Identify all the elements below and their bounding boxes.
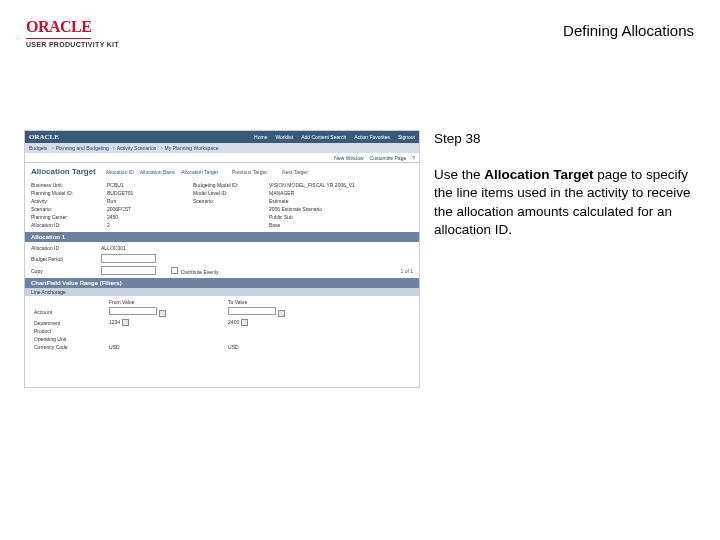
link-allocation-id[interactable]: Allocation ID	[106, 169, 134, 175]
f-pc-v: 2450	[107, 214, 187, 220]
dept-to-value: 2400	[228, 319, 239, 325]
f-ai-l: Allocation ID:	[31, 222, 101, 228]
app-brand: ORACLE	[29, 133, 254, 141]
row-account-label: Account	[31, 306, 106, 318]
f-sc2d-v: 2006 Estimate Scenario	[269, 206, 413, 212]
alloc-id-value: ALLOC001	[101, 245, 171, 251]
f-ai-v: 2	[107, 222, 187, 228]
dept-from-value: 1234	[109, 319, 120, 325]
link-allocation-target[interactable]: Allocation Target	[181, 169, 218, 175]
oracle-logo: ORACLE	[26, 18, 91, 39]
row-product-label: Product	[31, 327, 106, 335]
f-sc2-l: Scenario:	[31, 206, 101, 212]
step-label: Step 38	[434, 130, 696, 148]
logo-subtitle: USER PRODUCTIVITY KIT	[26, 41, 119, 48]
f-pm-l: Planning Model ID:	[31, 190, 101, 196]
breadcrumb: Budgets Planning and Budgeting Activity …	[25, 143, 419, 153]
f-sc2-v: 2006FCST	[107, 206, 187, 212]
menu-signout[interactable]: Signout	[398, 134, 415, 140]
new-window-link[interactable]: New Window	[334, 155, 363, 161]
menu-search[interactable]: Add Content Search	[301, 134, 346, 140]
menu-home[interactable]: Home	[254, 134, 267, 140]
budget-period-input[interactable]	[101, 254, 156, 263]
col-from: From Value	[106, 298, 225, 306]
page-title: Allocation Target	[31, 167, 96, 176]
row-currency-label: Currency Code	[31, 343, 106, 351]
f-sc2d-l	[193, 206, 263, 212]
row-ou-label: Operating Unit	[31, 335, 106, 343]
customize-page-link[interactable]: Customize Page	[370, 155, 407, 161]
menu-favorites[interactable]: Action Favorites	[354, 134, 390, 140]
distribute-checkbox[interactable]	[171, 267, 178, 274]
crumb-2[interactable]: Planning and Budgeting	[51, 145, 108, 151]
f-sc-l: Scenario:	[193, 198, 263, 204]
section-cf-filters: ChartField Value Range (Filters)	[25, 278, 419, 288]
lookup-icon[interactable]	[159, 310, 166, 317]
f-ml-v: MANAGER	[269, 190, 413, 196]
f-sc-v: Estimate	[269, 198, 413, 204]
document-title: Defining Allocations	[563, 22, 694, 39]
section-allocation: Allocation 1	[25, 232, 419, 242]
f-aid-v: Base	[269, 222, 413, 228]
link-allocation-basis[interactable]: Allocation Basis	[140, 169, 175, 175]
prev-target-label: Previous Target:	[232, 169, 268, 175]
header-fields: Business Unit:PCBU1Budgeting Model ID:VI…	[25, 180, 419, 232]
account-from-input[interactable]	[109, 307, 157, 315]
f-ml-l: Model Level ID:	[193, 190, 263, 196]
subsection-line: Line Anchorage	[25, 288, 419, 296]
crumb-1[interactable]: Budgets	[29, 145, 47, 151]
row-dept-label: Department	[31, 318, 106, 327]
f-bm-l: Budgeting Model ID:	[193, 182, 263, 188]
toolbar: New Window Customize Page ?	[25, 153, 419, 163]
copy-input[interactable]	[101, 266, 156, 275]
lookup-icon[interactable]	[278, 310, 285, 317]
f-bu-v: PCBU1	[107, 182, 187, 188]
chartfield-table: From ValueTo Value Account Department123…	[25, 296, 419, 353]
screenshot-thumbnail: ORACLE Home Worklist Add Content Search …	[24, 130, 420, 388]
col-to: To Value	[225, 298, 344, 306]
record-counter: 1 of 1	[400, 268, 413, 274]
step-instruction: Use the Allocation Target page to specif…	[434, 166, 696, 239]
instruction-pane: Step 38 Use the Allocation Target page t…	[434, 130, 696, 388]
f-pcd-v: Public Sub	[269, 214, 413, 220]
crumb-4[interactable]: My Planning Workspace	[160, 145, 218, 151]
lookup-icon[interactable]	[122, 319, 129, 326]
f-ac-l: Activity:	[31, 198, 101, 204]
f-pcd-l	[193, 214, 263, 220]
f-pm-v: BUDGET01	[107, 190, 187, 196]
menu-worklist[interactable]: Worklist	[275, 134, 293, 140]
app-header-bar: ORACLE Home Worklist Add Content Search …	[25, 131, 419, 143]
next-target-label: Next Target:	[282, 169, 309, 175]
account-to-input[interactable]	[228, 307, 276, 315]
currency-to-value: USD	[225, 343, 344, 351]
help-icon[interactable]: ?	[412, 155, 415, 161]
crumb-3[interactable]: Activity Scenarios	[113, 145, 157, 151]
f-bu-l: Business Unit:	[31, 182, 101, 188]
distribute-label: Distribute Evenly	[181, 269, 219, 275]
f-aid-l	[193, 222, 263, 228]
budget-period-label: Budget Period	[31, 256, 101, 262]
instr-pre: Use the	[434, 167, 484, 182]
instr-bold: Allocation Target	[484, 167, 593, 182]
f-ac-v: Run	[107, 198, 187, 204]
copy-label: Copy	[31, 268, 101, 274]
f-pc-l: Planning Center:	[31, 214, 101, 220]
currency-from-value: USD	[106, 343, 225, 351]
logo-block: ORACLE USER PRODUCTIVITY KIT	[26, 18, 119, 48]
f-bm-v: VISION MODEL_FISCAL YR 2006_V1	[269, 182, 413, 188]
lookup-icon[interactable]	[241, 319, 248, 326]
alloc-id-label: Allocation ID	[31, 245, 101, 251]
